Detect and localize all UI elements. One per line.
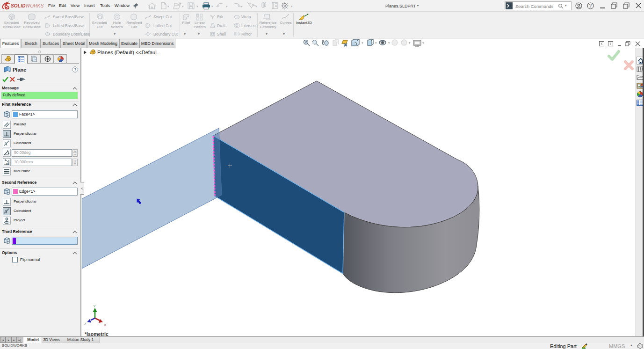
svg-text:▾: ▾ (182, 5, 184, 8)
svg-text:▾: ▾ (388, 41, 390, 44)
svg-text:X: X (104, 323, 106, 327)
svg-text:*Isometric: *Isometric (85, 331, 109, 336)
svg-text:▾: ▾ (167, 5, 169, 8)
svg-text:▾: ▾ (362, 41, 363, 44)
svg-text:▾: ▾ (291, 5, 293, 8)
svg-text:▾: ▾ (241, 5, 243, 8)
svg-text:D1: D1 (6, 162, 9, 165)
svg-text:▾: ▾ (226, 5, 228, 8)
svg-text:▾: ▾ (409, 41, 411, 44)
svg-text:▾: ▾ (375, 41, 377, 44)
svg-text:▾: ▾ (422, 41, 424, 44)
svg-text:?: ? (74, 67, 77, 72)
svg-text:Z: Z (84, 322, 87, 326)
svg-text:▾: ▾ (255, 5, 257, 8)
svg-text:?: ? (589, 3, 592, 8)
svg-text:Y: Y (94, 304, 96, 308)
svg-text:▾: ▾ (211, 5, 213, 8)
svg-text:▾: ▾ (196, 5, 198, 8)
